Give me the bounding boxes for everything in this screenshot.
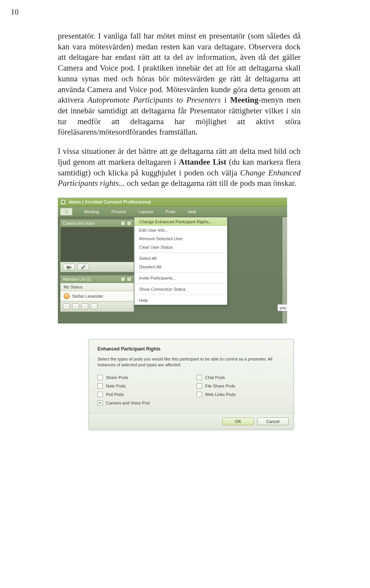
menu-separator (135, 272, 227, 273)
menu-layouts[interactable]: Layouts (132, 207, 160, 216)
menu-clear-user-status[interactable]: Clear User Status (135, 243, 227, 251)
attendee-row[interactable]: Stefan Levander (61, 291, 134, 301)
option-camera-voice-pod[interactable]: ✔ Camera and Voice Pod (98, 400, 186, 406)
pod-options-icon[interactable] (127, 221, 131, 226)
menu-help-item[interactable]: Help (135, 296, 227, 305)
cancel-button[interactable]: Cancel (257, 418, 289, 425)
pod-controls[interactable] (121, 221, 131, 226)
checkbox-icon[interactable] (197, 383, 202, 389)
microphone-button[interactable]: 🎤 (77, 264, 89, 270)
window-titlebar: ✦ demo | Acrobat Connect Professional (58, 198, 287, 207)
page-number: 10 (11, 8, 18, 17)
pod-options-icon[interactable] (127, 277, 131, 281)
option-label: Share Pods (106, 375, 128, 380)
option-label: File Share Pods (205, 384, 235, 388)
attendee-list-pod: Attendee List (1) My Status ▾ (60, 275, 134, 312)
menu-separator (135, 283, 227, 284)
chevron-down-icon[interactable]: ▾ (129, 285, 131, 289)
option-label: Camera and Voice Pod (106, 401, 150, 405)
my-status-label[interactable]: My Status (64, 285, 82, 289)
menu-help[interactable]: Help (182, 207, 203, 216)
camera-voice-pod-title: Camera and Voice (63, 221, 94, 226)
attendee-pod-controls[interactable] (121, 277, 131, 281)
option-label: Web Links Pods (205, 392, 235, 397)
menu-separator (135, 295, 227, 295)
attendee-tool-gear-icon[interactable] (91, 303, 98, 310)
option-poll-pods[interactable]: Poll Pods (98, 392, 186, 397)
menu-edit-user-info[interactable]: Edit User Info... (135, 226, 227, 234)
attendee-tool-3[interactable] (81, 303, 88, 310)
checkbox-icon[interactable] (197, 375, 202, 380)
paragraph-1: presentatör. I vanliga fall har mötet mi… (58, 31, 301, 138)
acrobat-connect-screenshot: ✦ demo | Acrobat Connect Professional ⍂ … (58, 197, 287, 323)
option-label: Chat Pods (205, 375, 225, 380)
pod-minimize-icon[interactable] (121, 277, 125, 281)
attendee-pod-title: Attendee List (1) (63, 277, 91, 281)
checkbox-icon[interactable]: ✔ (98, 400, 103, 406)
pod-minimize-icon[interactable] (121, 221, 125, 226)
ok-button[interactable]: OK (222, 418, 254, 425)
menu-bar: ⍂ Meeting Present Layouts Pods Help (58, 207, 287, 217)
menu-change-enhanced-rights[interactable]: Change Enhanced Participant Rights... (135, 217, 227, 226)
window-icon: ✦ (60, 199, 66, 205)
checkbox-icon[interactable] (98, 375, 103, 380)
menu-remove-selected-user[interactable]: Remove Selected User (135, 234, 227, 243)
checkbox-icon[interactable] (98, 383, 103, 389)
person-icon (64, 293, 70, 299)
camera-button[interactable]: ▣▸ (63, 264, 75, 270)
menu-show-connection-status[interactable]: Show Connection Status (135, 285, 227, 293)
option-label: Poll Pods (106, 392, 124, 397)
camera-voice-body (61, 227, 134, 262)
option-label: Note Pods (106, 384, 126, 388)
option-chat-pods[interactable]: Chat Pods (197, 375, 285, 380)
option-web-links-pods[interactable]: Web Links Pods (197, 392, 285, 397)
attendee-name: Stefan Levander (72, 294, 103, 298)
menu-select-all[interactable]: Select All (135, 254, 227, 263)
paragraph-2: I vissa situationer är det bättre att ge… (58, 146, 301, 189)
attendee-tool-2[interactable] (72, 303, 79, 310)
checkbox-icon[interactable] (197, 392, 202, 397)
option-file-share-pods[interactable]: File Share Pods (197, 383, 285, 389)
document-body: presentatör. I vanliga fall har mötet mi… (58, 31, 301, 189)
enhanced-rights-dialog: Enhanced Participant Rights Select the t… (89, 339, 294, 430)
checkbox-icon[interactable] (98, 392, 103, 397)
left-column: Camera and Voice ▣▸ 🎤 (60, 219, 134, 312)
menu-meeting[interactable]: Meeting (78, 207, 105, 216)
workspace: Camera and Voice ▣▸ 🎤 (58, 217, 287, 323)
menu-present[interactable]: Present (105, 207, 132, 216)
menu-invite-participants[interactable]: Invite Participants... (135, 274, 227, 282)
app-logo-icon: ⍂ (60, 208, 72, 216)
option-note-pods[interactable]: Note Pods (98, 383, 186, 389)
menu-deselect-all[interactable]: Deselect All (135, 263, 227, 271)
attendee-toolbar (61, 301, 134, 312)
dialog-options: Share Pods Chat Pods Note Pods File Shar… (98, 375, 285, 406)
you-label: you (278, 304, 287, 311)
camera-voice-pod: Camera and Voice ▣▸ 🎤 (60, 219, 134, 272)
dialog-title: Enhanced Participant Rights (98, 346, 285, 352)
option-share-pods[interactable]: Share Pods (98, 375, 186, 380)
pod-options-menu: Change Enhanced Participant Rights... Ed… (134, 217, 227, 305)
attendee-tool-1[interactable] (63, 303, 70, 310)
menu-separator (135, 253, 227, 253)
menu-pods[interactable]: Pods (160, 207, 182, 216)
window-title: demo | Acrobat Connect Professional (69, 199, 151, 205)
dialog-description: Select the types of pods you would like … (98, 356, 285, 368)
